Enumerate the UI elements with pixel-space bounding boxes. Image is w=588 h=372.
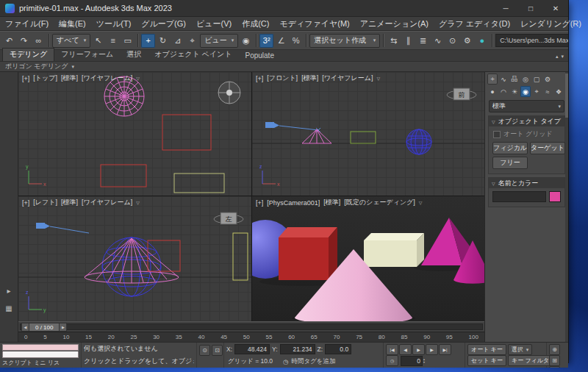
layer-manager-icon[interactable]: ≣: [416, 34, 430, 48]
maxscript-mini-listener[interactable]: スクリプト ミニ リス: [0, 343, 82, 368]
cream-box-shaded[interactable]: [364, 233, 424, 267]
render-setup-icon[interactable]: ⚙: [460, 34, 474, 48]
select-and-scale-icon[interactable]: ⊿: [171, 34, 184, 48]
maximize-button[interactable]: □: [518, 0, 543, 16]
cream-box-top-wireframe[interactable]: [174, 174, 224, 193]
menu-item[interactable]: 編集(E): [54, 18, 91, 29]
shapes-icon[interactable]: ◠: [498, 86, 509, 97]
selection-filter-dropdown[interactable]: すべて ▾: [52, 34, 90, 48]
menu-item[interactable]: グラフ エディタ(D): [434, 18, 515, 29]
sphere-front-wireframe[interactable]: [406, 129, 431, 154]
key-mode-toggle-icon[interactable]: ◷: [386, 355, 398, 366]
track-bar[interactable]: 0510152025303540455055606570758085909510…: [18, 332, 484, 342]
red-box-top-wireframe[interactable]: [162, 115, 211, 150]
named-selection-set-combo[interactable]: 選択セット作成 ▾: [309, 34, 380, 48]
shading-menu-icon[interactable]: ▽: [136, 200, 140, 205]
previous-frame-icon[interactable]: ◀: [399, 344, 412, 355]
menu-item[interactable]: モディファイヤ(M): [274, 18, 354, 29]
command-panel-scrollbar[interactable]: [565, 72, 568, 342]
viewport-standard-label[interactable]: [標準]: [61, 74, 78, 83]
cone-front-wireframe[interactable]: [302, 129, 331, 143]
previous-key-icon[interactable]: ◀: [21, 323, 29, 332]
camera-type-button[interactable]: ターゲット: [530, 142, 565, 154]
zoom-all-icon[interactable]: ⊞: [549, 355, 560, 366]
ribbon-tab[interactable]: Populate: [238, 51, 280, 61]
viewport-left-canvas[interactable]: 左 yz: [18, 196, 251, 321]
ribbon-tab[interactable]: 選択: [120, 49, 148, 61]
viewport-front[interactable]: [+] [フロント] [標準] [ワイヤフレーム] ▽: [252, 72, 484, 196]
viewport-shading-label[interactable]: [ワイヤフレーム]: [322, 74, 373, 83]
viewport-standard-label[interactable]: [標準]: [301, 74, 318, 83]
viewport-standard-label[interactable]: [標準]: [61, 198, 78, 207]
ribbon-tab[interactable]: モデリング: [2, 48, 54, 61]
align-icon[interactable]: ∥: [401, 34, 415, 48]
viewport-pov-label[interactable]: [レフト]: [33, 198, 57, 207]
zoom-icon[interactable]: ⊕: [549, 344, 560, 355]
red-box-shaded[interactable]: [279, 227, 337, 280]
object-color-swatch[interactable]: [549, 191, 561, 202]
viewport-pov-label[interactable]: [トップ]: [33, 74, 57, 83]
select-object-icon[interactable]: ↖: [91, 34, 105, 48]
viewport-camera[interactable]: [+] [PhysCamera001] [標準] [既定のシェーディング] ▽: [252, 196, 484, 321]
angle-snap-icon[interactable]: ∠: [274, 34, 288, 48]
select-and-place-icon[interactable]: ⌖: [185, 34, 199, 48]
ribbon-minimize-icon[interactable]: ▴: [556, 54, 559, 60]
viewcube-left[interactable]: 左: [214, 212, 243, 224]
go-to-end-icon[interactable]: ▶|: [439, 344, 451, 355]
zoom-extents-icon[interactable]: ◎: [549, 366, 560, 368]
viewport-left[interactable]: [+] [レフト] [標準] [ワイヤフレーム] ▽: [18, 196, 251, 321]
camera-type-button[interactable]: フィジカル: [492, 142, 528, 154]
shading-menu-icon[interactable]: ▽: [419, 200, 423, 205]
viewcube-compass[interactable]: [218, 82, 240, 104]
camera-type-button[interactable]: フリー: [492, 157, 528, 169]
ribbon-tab[interactable]: オブジェクト ペイント: [148, 49, 238, 61]
render-icon[interactable]: ●: [475, 34, 489, 48]
select-by-name-icon[interactable]: ≡: [106, 34, 120, 48]
viewport-pov-label[interactable]: [フロント]: [267, 74, 298, 83]
time-slider-handle[interactable]: ◀ 0 / 100 ▶: [21, 323, 67, 331]
viewport-standard-label[interactable]: [標準]: [323, 198, 340, 207]
add-time-tag[interactable]: 時間タグを追加: [291, 357, 335, 366]
viewport-pov-label[interactable]: [PhysCamera001]: [267, 199, 320, 207]
object-name-field[interactable]: [492, 191, 546, 202]
menu-item[interactable]: ファイル(F): [0, 18, 54, 29]
select-and-link-icon[interactable]: ∞: [32, 34, 46, 48]
time-slider[interactable]: ◀ 0 / 100 ▶: [18, 321, 484, 332]
z-coordinate-field[interactable]: 0.0: [325, 344, 351, 354]
rectangular-selection-icon[interactable]: ▭: [121, 34, 135, 48]
tabbar-expand-icon[interactable]: ▸: [3, 285, 15, 296]
viewport-menu-button[interactable]: [+]: [256, 199, 263, 207]
shading-menu-icon[interactable]: ▽: [136, 76, 140, 81]
viewport-camera-canvas[interactable]: [252, 196, 484, 321]
shading-menu-icon[interactable]: ▽: [376, 76, 380, 81]
viewport-shading-label[interactable]: [ワイヤフレーム]: [82, 74, 132, 83]
listener-field[interactable]: [2, 351, 79, 357]
cream-box-front-wireframe[interactable]: [351, 132, 376, 143]
mirror-icon[interactable]: ⇆: [387, 34, 401, 48]
pyramid-top-wireframe[interactable]: [101, 165, 146, 187]
go-to-start-icon[interactable]: |◀: [386, 344, 398, 355]
current-frame-field[interactable]: 0: [401, 356, 423, 366]
viewport-shading-label[interactable]: [ワイヤフレーム]: [82, 198, 132, 207]
auto-key-button[interactable]: オート キー: [467, 344, 506, 355]
x-coordinate-field[interactable]: 48.424: [234, 344, 270, 354]
menu-item[interactable]: ビュー(V): [191, 18, 237, 29]
ribbon-tab[interactable]: フリーフォーム: [54, 49, 120, 61]
utilities-tab-icon[interactable]: ⚙: [542, 74, 553, 85]
display-tab-icon[interactable]: ▢: [531, 74, 542, 85]
menu-item[interactable]: ツール(T): [91, 18, 137, 29]
project-folder-path-field[interactable]: C:\Users\pen...3ds Max 2023: [495, 34, 568, 47]
next-frame-icon[interactable]: ▶: [426, 344, 438, 355]
y-coordinate-field[interactable]: 21.234: [280, 344, 315, 354]
set-key-button[interactable]: セット キー: [467, 355, 506, 366]
viewport-front-canvas[interactable]: 前 xz: [252, 72, 484, 196]
cone-left-wireframe[interactable]: [85, 238, 179, 283]
physcamera-icon[interactable]: [36, 223, 89, 233]
macro-recorder-field[interactable]: [2, 344, 79, 351]
helpers-icon[interactable]: ⌖: [531, 86, 542, 97]
modify-tab-icon[interactable]: ∿: [498, 74, 509, 85]
lights-icon[interactable]: ☀: [509, 86, 520, 97]
camera-category-dropdown[interactable]: 標準 ▾: [489, 100, 564, 112]
viewport-top[interactable]: [+] [トップ] [標準] [ワイヤフレーム] ▽: [18, 72, 251, 196]
frame-spin-down-icon[interactable]: ▾: [423, 361, 425, 364]
